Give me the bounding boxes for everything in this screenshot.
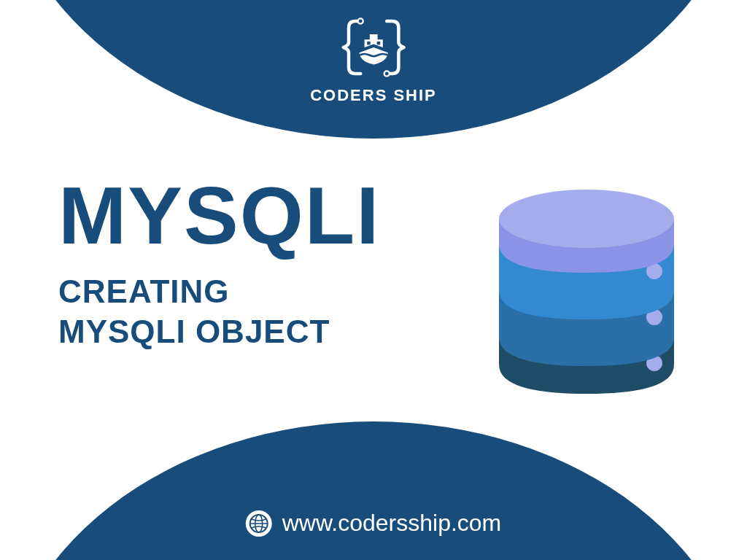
ship-logo-icon bbox=[341, 15, 406, 80]
svg-rect-2 bbox=[367, 42, 371, 45]
bottom-arc-decoration bbox=[0, 421, 747, 560]
database-icon bbox=[481, 182, 692, 401]
website-url: www.codersship.com bbox=[282, 510, 502, 537]
content-area: MYSQLI CREATING MYSQLI OBJECT bbox=[58, 175, 380, 351]
subtitle-line-1: CREATING bbox=[58, 273, 230, 309]
svg-point-10 bbox=[499, 190, 674, 248]
brand-name: CODERS SHIP bbox=[310, 86, 437, 105]
svg-point-1 bbox=[384, 71, 389, 76]
sub-title: CREATING MYSQLI OBJECT bbox=[58, 271, 380, 351]
main-title: MYSQLI bbox=[58, 175, 380, 257]
logo-area: CODERS SHIP bbox=[310, 15, 437, 105]
svg-point-0 bbox=[357, 18, 363, 23]
footer-area: www.codersship.com bbox=[246, 510, 502, 537]
svg-rect-3 bbox=[377, 42, 381, 45]
globe-icon bbox=[246, 510, 272, 537]
subtitle-line-2: MYSQLI OBJECT bbox=[58, 314, 330, 349]
